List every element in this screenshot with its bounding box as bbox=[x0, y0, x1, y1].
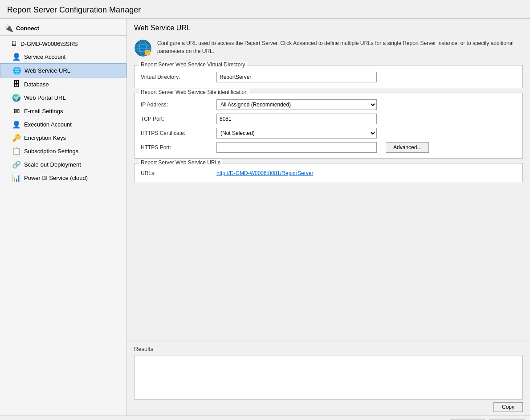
site-identification-legend: Report Server Web Service Site identific… bbox=[139, 89, 249, 95]
sidebar-item-label-execution-account: Execution Account bbox=[24, 121, 72, 128]
service-account-icon: 👤 bbox=[12, 53, 20, 61]
server-name: D-GMD-W0006\SSRS bbox=[20, 41, 78, 47]
tcp-port-label: TCP Port: bbox=[141, 116, 212, 122]
app-title: Report Server Configuration Manager bbox=[7, 5, 141, 14]
encryption-keys-icon: 🔑 bbox=[12, 134, 20, 142]
execution-account-icon: 👤 bbox=[12, 120, 20, 128]
sidebar-item-power-bi-service[interactable]: 📊Power BI Service (cloud) bbox=[0, 171, 126, 184]
web-service-url-icon: 🌐 bbox=[13, 66, 21, 74]
https-port-label: HTTPS Port: bbox=[141, 144, 212, 151]
virtual-directory-legend: Report Server Web Service Virtual Direct… bbox=[139, 61, 247, 68]
server-icon: 🖥 bbox=[10, 40, 18, 48]
https-cert-row: HTTPS Certificate: (Not Selected) bbox=[141, 128, 516, 139]
sidebar-item-label-service-account: Service Account bbox=[24, 53, 65, 60]
globe-icon bbox=[134, 39, 152, 57]
virtual-directory-control bbox=[216, 72, 377, 82]
svg-rect-5 bbox=[145, 50, 150, 55]
tcp-port-input[interactable] bbox=[216, 114, 377, 124]
url-link-control: http://D-GMD-W0006:8081/ReportServer bbox=[216, 170, 377, 176]
sidebar-item-scale-out-deployment[interactable]: 🔗Scale-out Deployment bbox=[0, 158, 126, 171]
sidebar-item-web-service-url[interactable]: 🌐Web Service URL bbox=[0, 63, 126, 77]
sidebar-item-label-web-service-url: Web Service URL bbox=[24, 67, 70, 74]
database-icon: 🗄 bbox=[12, 80, 20, 88]
tcp-port-row: TCP Port: bbox=[141, 114, 516, 124]
sidebar-items-container: 👤Service Account🌐Web Service URL🗄Databas… bbox=[0, 50, 126, 184]
https-cert-control: (Not Selected) bbox=[216, 128, 377, 139]
ip-address-select[interactable]: All Assigned (Recommended) bbox=[216, 99, 377, 110]
sidebar-item-database[interactable]: 🗄Database bbox=[0, 77, 126, 91]
results-footer: Copy bbox=[134, 402, 523, 412]
sidebar-item-label-subscription-settings: Subscription Settings bbox=[24, 148, 78, 155]
urls-legend: Report Server Web Service URLs bbox=[139, 159, 222, 166]
sidebar-item-subscription-settings[interactable]: 📋Subscription Settings bbox=[0, 144, 126, 158]
copy-button[interactable]: Copy bbox=[493, 402, 523, 412]
web-portal-url-icon: 🌍 bbox=[12, 94, 20, 102]
sidebar-item-service-account[interactable]: 👤Service Account bbox=[0, 50, 126, 63]
bottom-bar: ? Apply Exit bbox=[0, 416, 530, 420]
ip-address-label: IP Address: bbox=[141, 102, 212, 108]
results-body bbox=[134, 355, 523, 400]
https-port-control bbox=[216, 142, 377, 153]
subscription-settings-icon: 📋 bbox=[12, 147, 20, 155]
virtual-directory-section: Report Server Web Service Virtual Direct… bbox=[134, 65, 523, 88]
results-title: Results bbox=[134, 346, 523, 352]
sidebar-item-label-web-portal-url: Web Portal URL bbox=[24, 94, 66, 101]
report-server-url[interactable]: http://D-GMD-W0006:8081/ReportServer bbox=[216, 170, 313, 176]
sidebar-item-email-settings[interactable]: ✉E-mail Settings bbox=[0, 104, 126, 118]
sidebar: 🔌 Connect 🖥 D-GMD-W0006\SSRS 👤Service Ac… bbox=[0, 19, 127, 416]
site-identification-section: Report Server Web Service Site identific… bbox=[134, 93, 523, 159]
sidebar-item-label-database: Database bbox=[24, 81, 49, 88]
connect-label: Connect bbox=[16, 25, 39, 32]
email-settings-icon: ✉ bbox=[12, 107, 20, 115]
https-port-input[interactable] bbox=[216, 142, 377, 153]
virtual-directory-label: Virtual Directory: bbox=[141, 74, 212, 80]
results-section: Results Copy bbox=[127, 342, 530, 416]
tcp-port-control bbox=[216, 114, 377, 124]
https-cert-label: HTTPS Certificate: bbox=[141, 130, 212, 136]
power-bi-service-icon: 📊 bbox=[12, 174, 20, 182]
scale-out-deployment-icon: 🔗 bbox=[12, 160, 20, 168]
urls-row: URLs: http://D-GMD-W0006:8081/ReportServ… bbox=[141, 170, 516, 176]
sidebar-item-execution-account[interactable]: 👤Execution Account bbox=[0, 118, 126, 131]
sidebar-item-label-email-settings: E-mail Settings bbox=[24, 108, 63, 114]
https-cert-select[interactable]: (Not Selected) bbox=[216, 128, 377, 139]
ip-address-control: All Assigned (Recommended) bbox=[216, 99, 377, 110]
https-port-row: HTTPS Port: Advanced... bbox=[141, 142, 516, 153]
connect-section: 🔌 Connect bbox=[0, 21, 126, 36]
urls-section: Report Server Web Service URLs URLs: htt… bbox=[134, 163, 523, 182]
advanced-button[interactable]: Advanced... bbox=[386, 142, 429, 153]
ip-address-row: IP Address: All Assigned (Recommended) bbox=[141, 99, 516, 110]
info-text: Configure a URL used to access the Repor… bbox=[157, 39, 523, 55]
sidebar-item-web-portal-url[interactable]: 🌍Web Portal URL bbox=[0, 91, 126, 104]
title-bar: Report Server Configuration Manager bbox=[0, 0, 530, 19]
sidebar-item-label-power-bi-service: Power BI Service (cloud) bbox=[24, 175, 88, 181]
sidebar-item-encryption-keys[interactable]: 🔑Encryption Keys bbox=[0, 131, 126, 144]
info-header: Configure a URL used to access the Repor… bbox=[134, 37, 523, 59]
content-main: Web Service URL Configure a URL used to … bbox=[127, 19, 530, 342]
main-layout: 🔌 Connect 🖥 D-GMD-W0006\SSRS 👤Service Ac… bbox=[0, 19, 530, 416]
sidebar-server: 🖥 D-GMD-W0006\SSRS bbox=[0, 37, 126, 50]
sidebar-item-label-encryption-keys: Encryption Keys bbox=[24, 135, 66, 141]
content-title: Web Service URL bbox=[134, 24, 523, 32]
virtual-directory-row: Virtual Directory: bbox=[141, 72, 516, 82]
content-area: Web Service URL Configure a URL used to … bbox=[127, 19, 530, 416]
connect-icon: 🔌 bbox=[4, 24, 13, 33]
sidebar-item-label-scale-out-deployment: Scale-out Deployment bbox=[24, 161, 81, 168]
urls-label: URLs: bbox=[141, 170, 212, 176]
virtual-directory-input[interactable] bbox=[216, 72, 377, 82]
